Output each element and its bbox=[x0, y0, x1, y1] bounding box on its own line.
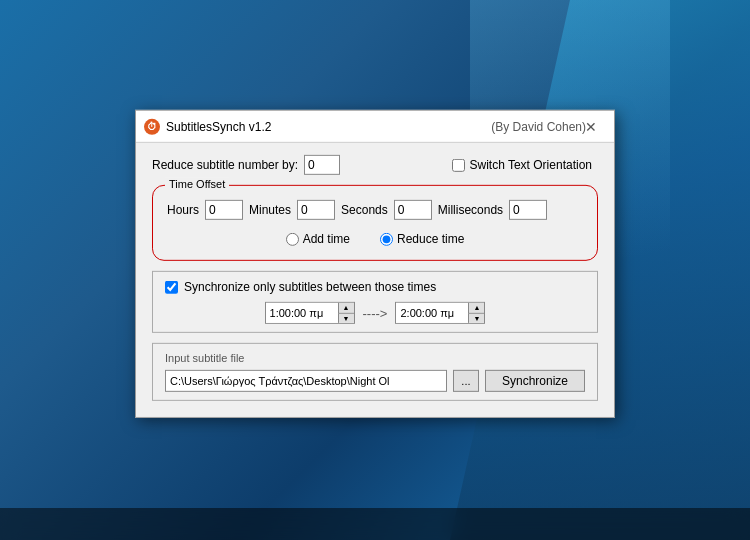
reduce-time-option[interactable]: Reduce time bbox=[380, 232, 464, 246]
time-offset-group: Time Offset Hours Minutes Seconds Millis… bbox=[152, 185, 598, 261]
to-time-spinner: ▲ ▼ bbox=[395, 302, 485, 324]
close-button[interactable]: ✕ bbox=[568, 111, 614, 143]
taskbar bbox=[0, 508, 750, 540]
to-time-down-btn[interactable]: ▼ bbox=[468, 313, 484, 323]
add-time-radio[interactable] bbox=[286, 232, 299, 245]
file-row: ... Synchronize bbox=[165, 370, 585, 392]
title-bar: ⏱ SubtitlesSynch v1.2 (By David Cohen) ✕ bbox=[136, 111, 614, 143]
file-path-input[interactable] bbox=[165, 370, 447, 392]
radio-row: Add time Reduce time bbox=[167, 232, 583, 246]
seconds-input[interactable] bbox=[394, 200, 432, 220]
main-window: ⏱ SubtitlesSynch v1.2 (By David Cohen) ✕… bbox=[135, 110, 615, 418]
from-time-down-btn[interactable]: ▼ bbox=[338, 313, 354, 323]
milliseconds-input[interactable] bbox=[509, 200, 547, 220]
sync-box: Synchronize only subtitles between those… bbox=[152, 271, 598, 333]
window-body: Reduce subtitle number by: Switch Text O… bbox=[136, 143, 614, 417]
from-time-spinner: ▲ ▼ bbox=[265, 302, 355, 324]
seconds-label: Seconds bbox=[341, 203, 388, 217]
to-time-input[interactable] bbox=[396, 303, 468, 323]
sync-checkbox[interactable] bbox=[165, 280, 178, 293]
app-icon: ⏱ bbox=[144, 118, 160, 134]
arrow-separator: ----> bbox=[363, 305, 388, 320]
add-time-label: Add time bbox=[303, 232, 350, 246]
add-time-option[interactable]: Add time bbox=[286, 232, 350, 246]
file-header: Input subtitle file bbox=[165, 352, 585, 364]
file-box: Input subtitle file ... Synchronize bbox=[152, 343, 598, 401]
from-time-input[interactable] bbox=[266, 303, 338, 323]
milliseconds-label: Milliseconds bbox=[438, 203, 503, 217]
window-title: SubtitlesSynch v1.2 bbox=[166, 119, 491, 133]
top-row: Reduce subtitle number by: Switch Text O… bbox=[152, 155, 598, 175]
synchronize-button[interactable]: Synchronize bbox=[485, 370, 585, 392]
switch-orientation-label: Switch Text Orientation bbox=[469, 158, 592, 172]
sync-header: Synchronize only subtitles between those… bbox=[165, 280, 585, 294]
minutes-input[interactable] bbox=[297, 200, 335, 220]
sync-checkbox-label: Synchronize only subtitles between those… bbox=[184, 280, 436, 294]
switch-orientation-group: Switch Text Orientation bbox=[452, 158, 598, 172]
from-time-up-btn[interactable]: ▲ bbox=[338, 303, 354, 314]
to-time-spinner-btns: ▲ ▼ bbox=[468, 303, 484, 323]
reduce-subtitle-input[interactable] bbox=[304, 155, 340, 175]
time-offset-label: Time Offset bbox=[165, 178, 229, 190]
hours-label: Hours bbox=[167, 203, 199, 217]
minutes-label: Minutes bbox=[249, 203, 291, 217]
from-time-spinner-btns: ▲ ▼ bbox=[338, 303, 354, 323]
browse-button[interactable]: ... bbox=[453, 370, 479, 392]
reduce-time-label: Reduce time bbox=[397, 232, 464, 246]
switch-orientation-checkbox[interactable] bbox=[452, 158, 465, 171]
to-time-up-btn[interactable]: ▲ bbox=[468, 303, 484, 314]
sync-times-row: ▲ ▼ ----> ▲ ▼ bbox=[165, 302, 585, 324]
hours-input[interactable] bbox=[205, 200, 243, 220]
time-fields-row: Hours Minutes Seconds Milliseconds bbox=[167, 200, 583, 220]
reduce-time-radio[interactable] bbox=[380, 232, 393, 245]
reduce-subtitle-label: Reduce subtitle number by: bbox=[152, 158, 298, 172]
